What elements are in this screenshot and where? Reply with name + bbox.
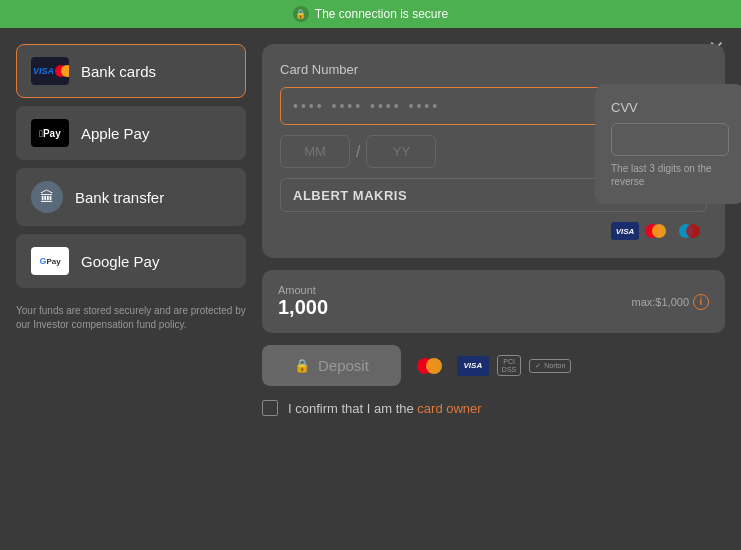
mastercard-logo xyxy=(645,222,673,240)
bank-transfer-label: Bank transfer xyxy=(75,189,164,206)
visa-mc-icon: VISA xyxy=(31,57,69,85)
deposit-label: Deposit xyxy=(318,357,369,374)
cardholder-name: ALBERT MAKRIS xyxy=(293,188,407,203)
badge-norton: ✓ Norton xyxy=(529,359,571,373)
card-logos: VISA xyxy=(280,222,707,240)
bank-cards-label: Bank cards xyxy=(81,63,156,80)
sidebar: VISA Bank cards Pay Apple Pay 🏛 Bank tr… xyxy=(16,44,246,534)
google-pay-icon: GPay xyxy=(31,247,69,275)
card-form-panel: Card Number / ALBERT MAKRIS ⊗ VISA xyxy=(262,44,725,258)
cvv-label: CVV xyxy=(611,100,729,115)
deposit-button[interactable]: 🔒 Deposit xyxy=(262,345,401,386)
top-bar: 🔒 The connection is secure xyxy=(0,0,741,28)
cvv-input[interactable] xyxy=(611,123,729,156)
sidebar-item-apple-pay[interactable]: Pay Apple Pay xyxy=(16,106,246,160)
cvv-hint: The last 3 digits on the reverse xyxy=(611,162,729,188)
google-pay-label: Google Pay xyxy=(81,253,159,270)
confirm-row: I confirm that I am the card owner xyxy=(262,400,725,416)
confirm-link[interactable]: card owner xyxy=(417,401,481,416)
confirm-text: I confirm that I am the card owner xyxy=(288,401,482,416)
amount-label: Amount xyxy=(278,284,328,296)
maestro-logo xyxy=(679,222,707,240)
amount-max-text: max:$1,000 xyxy=(632,296,689,308)
card-number-label: Card Number xyxy=(280,62,707,77)
amount-value: 1,000 xyxy=(278,296,328,319)
top-bar-text: The connection is secure xyxy=(315,7,448,21)
content-area: Card Number / ALBERT MAKRIS ⊗ VISA xyxy=(262,44,725,534)
security-notice: Your funds are stored securely and are p… xyxy=(16,304,246,332)
bottom-row: 🔒 Deposit VISA PCI DSS ✓ Norton xyxy=(262,345,725,386)
slash-separator: / xyxy=(356,143,360,161)
amount-panel: Amount 1,000 max:$1,000 i xyxy=(262,270,725,333)
bank-transfer-icon: 🏛 xyxy=(31,181,63,213)
confirm-checkbox[interactable] xyxy=(262,400,278,416)
payment-badges: VISA PCI DSS ✓ Norton xyxy=(417,355,571,376)
year-input[interactable] xyxy=(366,135,436,168)
lock-icon: 🔒 xyxy=(293,6,309,22)
apple-pay-label: Apple Pay xyxy=(81,125,149,142)
sidebar-item-google-pay[interactable]: GPay Google Pay xyxy=(16,234,246,288)
deposit-lock-icon: 🔒 xyxy=(294,358,310,373)
cvv-panel: CVV The last 3 digits on the reverse xyxy=(595,84,741,204)
badge-visa: VISA xyxy=(457,356,489,376)
amount-max: max:$1,000 i xyxy=(632,294,709,310)
info-icon[interactable]: i xyxy=(693,294,709,310)
sidebar-item-bank-cards[interactable]: VISA Bank cards xyxy=(16,44,246,98)
apple-pay-icon: Pay xyxy=(31,119,69,147)
badge-pci: PCI DSS xyxy=(497,355,521,376)
badge-mastercard xyxy=(417,356,449,376)
visa-logo: VISA xyxy=(611,222,639,240)
amount-left: Amount 1,000 xyxy=(278,284,328,319)
month-input[interactable] xyxy=(280,135,350,168)
sidebar-item-bank-transfer[interactable]: 🏛 Bank transfer xyxy=(16,168,246,226)
